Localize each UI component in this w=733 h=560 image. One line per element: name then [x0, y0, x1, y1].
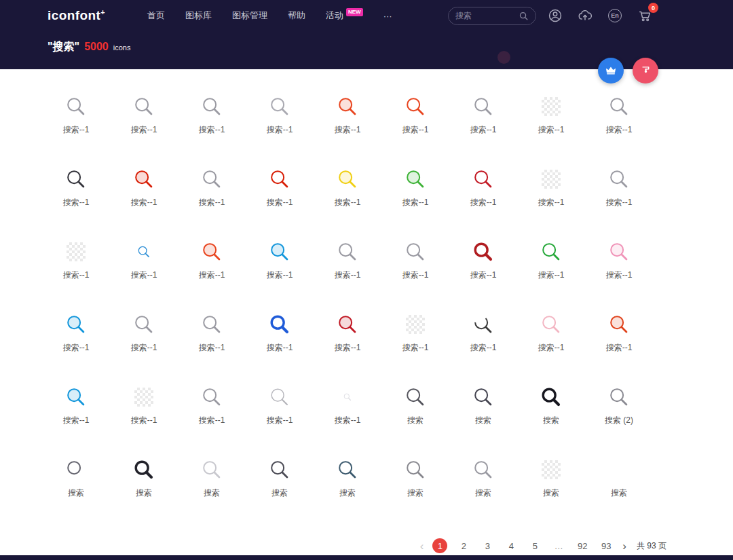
icon-card[interactable]: 搜索--1: [42, 302, 110, 375]
icon-card[interactable]: 搜索--1: [585, 84, 653, 157]
icon-card[interactable]: 搜索: [381, 447, 449, 520]
nav-item-1[interactable]: 图标库: [185, 10, 212, 22]
magnifier-icon: [607, 236, 631, 267]
nav-item-4[interactable]: 活动NEW: [326, 10, 363, 22]
icon-card[interactable]: 搜索--1: [110, 84, 178, 157]
pagination-page-1[interactable]: 1: [432, 538, 447, 553]
nav-item-3[interactable]: 帮助: [288, 10, 305, 22]
icon-card[interactable]: 搜索--1: [246, 157, 314, 229]
icon-card[interactable]: 搜索--1: [246, 229, 314, 302]
magnifier-icon: [542, 454, 561, 485]
icon-card[interactable]: 搜索--1: [381, 302, 449, 375]
pagination-page-4[interactable]: 4: [504, 538, 519, 553]
icon-card[interactable]: 搜索: [517, 447, 585, 520]
logo[interactable]: iconfont+: [48, 8, 105, 23]
icon-card[interactable]: 搜索--1: [585, 229, 653, 302]
icon-card[interactable]: 搜索--1: [246, 375, 314, 447]
nav-item-0[interactable]: 首页: [147, 10, 165, 22]
icon-card[interactable]: 搜索--1: [110, 157, 178, 229]
pagination-page-93[interactable]: 93: [599, 538, 614, 553]
icon-card[interactable]: 搜索--1: [517, 229, 585, 302]
nav-item-2[interactable]: 图标管理: [232, 10, 267, 22]
icon-card[interactable]: 搜索: [517, 375, 585, 447]
icon-label: 搜索--1: [199, 415, 225, 426]
nav-item-label: ···: [383, 11, 392, 21]
icon-card[interactable]: 搜索: [449, 447, 517, 520]
icon-card[interactable]: 搜索--1: [42, 375, 110, 447]
paint-format-button[interactable]: [633, 58, 658, 83]
pagination-ellipsis: …: [551, 538, 566, 553]
icon-card[interactable]: 搜索: [42, 447, 110, 520]
user-avatar-icon[interactable]: [547, 7, 563, 24]
icon-card[interactable]: 搜索--1: [178, 84, 246, 157]
icon-card[interactable]: 搜索--1: [110, 375, 178, 447]
icon-card[interactable]: 搜索--1: [246, 302, 314, 375]
icon-card[interactable]: 搜索: [381, 375, 449, 447]
pagination-page-2[interactable]: 2: [456, 538, 471, 553]
cart-icon[interactable]: 0: [637, 7, 653, 24]
icon-card[interactable]: 搜索: [178, 447, 246, 520]
header-search[interactable]: [448, 7, 536, 25]
icon-card[interactable]: 搜索: [110, 447, 178, 520]
icon-card[interactable]: 搜索--1: [517, 157, 585, 229]
magnifier-icon: [404, 454, 427, 485]
pagination-page-5[interactable]: 5: [527, 538, 542, 553]
icon-card[interactable]: 搜索--1: [381, 84, 449, 157]
icon-label: 搜索: [339, 487, 356, 499]
icon-card[interactable]: 搜索--1: [517, 302, 585, 375]
icon-card[interactable]: 搜索--1: [314, 229, 381, 302]
icon-card[interactable]: 搜索--1: [178, 302, 246, 375]
icon-label: 搜索--1: [131, 197, 157, 208]
icon-card[interactable]: 搜索 (2): [585, 375, 653, 447]
icon-card[interactable]: 搜索--1: [314, 157, 381, 229]
icon-card[interactable]: 搜索--1: [110, 302, 178, 375]
icon-card[interactable]: 搜索--1: [246, 84, 314, 157]
icon-card[interactable]: 搜索: [314, 447, 381, 520]
icon-label: 搜索: [543, 487, 559, 499]
new-badge: NEW: [346, 8, 363, 16]
icon-card[interactable]: 搜索--1: [449, 302, 517, 375]
magnifier-icon: [132, 309, 155, 340]
nav-item-label: 图标库: [185, 10, 212, 22]
pagination: ‹12345…9293›共 93 页: [420, 538, 666, 553]
icon-card[interactable]: 搜索--1: [178, 375, 246, 447]
icon-card[interactable]: 搜索--1: [110, 229, 178, 302]
footer-bar: [0, 555, 733, 560]
pagination-next[interactable]: ›: [622, 540, 626, 552]
magnifier-icon: [540, 381, 563, 413]
icon-card[interactable]: 搜索: [585, 447, 653, 520]
icon-card[interactable]: 搜索--1: [178, 229, 246, 302]
icon-card[interactable]: 搜索--1: [178, 157, 246, 229]
icon-card[interactable]: 搜索--1: [449, 157, 517, 229]
icon-card[interactable]: 搜索: [246, 447, 314, 520]
magnifier-icon: [67, 236, 86, 267]
icon-card[interactable]: 搜索--1: [42, 157, 110, 229]
icon-card[interactable]: 搜索--1: [314, 375, 381, 447]
pagination-prev[interactable]: ‹: [420, 540, 424, 552]
language-icon[interactable]: En: [607, 7, 623, 24]
transparent-icon-placeholder: [406, 315, 425, 334]
icon-card[interactable]: 搜索--1: [517, 84, 585, 157]
icon-card[interactable]: 搜索--1: [314, 84, 381, 157]
search-input[interactable]: [455, 11, 514, 20]
magnifier-icon: [404, 164, 427, 195]
nav-item-5[interactable]: ···: [383, 11, 392, 21]
icon-card[interactable]: 搜索--1: [42, 229, 110, 302]
icon-card[interactable]: 搜索--1: [449, 229, 517, 302]
icon-label: 搜索--1: [470, 197, 497, 208]
icon-card[interactable]: 搜索: [449, 375, 517, 447]
icon-card[interactable]: 搜索--1: [585, 157, 653, 229]
upload-cloud-icon[interactable]: [577, 7, 593, 24]
pagination-page-3[interactable]: 3: [480, 538, 495, 553]
magnifier-icon: [64, 309, 88, 340]
icon-card[interactable]: 搜索--1: [585, 302, 653, 375]
icon-card[interactable]: 搜索--1: [449, 84, 517, 157]
icon-label: 搜索--1: [63, 269, 90, 281]
icon-card[interactable]: 搜索--1: [381, 157, 449, 229]
icon-card[interactable]: 搜索--1: [381, 229, 449, 302]
icon-card[interactable]: 搜索--1: [42, 84, 110, 157]
nav-item-label: 首页: [147, 10, 165, 22]
icon-card[interactable]: 搜索--1: [314, 302, 381, 375]
vip-crown-button[interactable]: [598, 58, 624, 83]
pagination-page-92[interactable]: 92: [575, 538, 590, 553]
